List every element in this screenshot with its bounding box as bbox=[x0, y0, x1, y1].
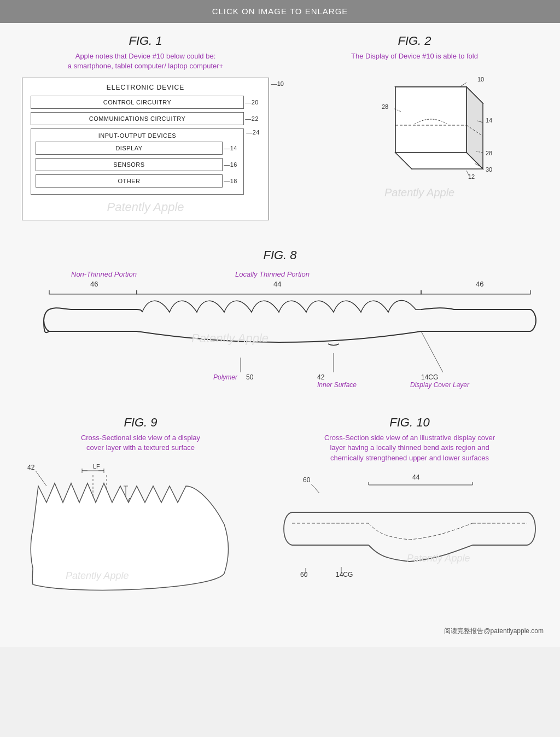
fig2-column: FIG. 2 The Display of Device #10 is able… bbox=[285, 34, 544, 232]
top-figures-row: FIG. 1 Apple notes that Device #10 below… bbox=[16, 34, 544, 232]
header-text: CLICK ON IMAGE TO ENLARGE bbox=[212, 7, 348, 16]
fig1-ref10: —10 bbox=[271, 80, 284, 87]
ref20: —20 bbox=[245, 99, 259, 106]
io-title: INPUT-OUTPUT DEVICES —24 bbox=[36, 132, 239, 139]
fig8-inner-ref: 42 bbox=[317, 373, 325, 381]
fig9-title: FIG. 9 bbox=[16, 416, 265, 430]
control-circuitry-box: CONTROL CIRCUITRY —20 bbox=[31, 96, 244, 109]
fig8-polymer-ref: 50 bbox=[246, 373, 254, 381]
fig8-inner-label: Inner Surface bbox=[317, 381, 357, 389]
fig2-ref28-lower: 28 bbox=[486, 150, 492, 156]
fig9-caption: Cross-Sectional side view of a display c… bbox=[16, 433, 265, 453]
fig2-title: FIG. 2 bbox=[285, 34, 544, 48]
ref22: —22 bbox=[245, 115, 259, 122]
fig8-polymer-label: Polymer bbox=[213, 373, 238, 381]
ref24: —24 bbox=[246, 129, 260, 136]
other-box: OTHER —18 bbox=[36, 174, 223, 188]
footer-text: 阅读完整报告@patentlyapple.com bbox=[276, 627, 544, 636]
svg-line-15 bbox=[421, 331, 443, 372]
fig10-ref14cg: 14CG bbox=[336, 571, 353, 578]
fig8-container: Non-Thinned Portion Locally Thinned Port… bbox=[27, 266, 533, 399]
fig1-title: FIG. 1 bbox=[16, 34, 275, 48]
fig10-ref44: 44 bbox=[412, 473, 420, 481]
fig10-caption: Cross-Section side view of an illustrati… bbox=[276, 433, 544, 463]
svg-marker-5 bbox=[395, 87, 466, 153]
fig10-column: FIG. 10 Cross-Section side view of an il… bbox=[276, 416, 544, 636]
fig9-column: FIG. 9 Cross-Sectional side view of a di… bbox=[16, 416, 265, 636]
io-devices-group: INPUT-OUTPUT DEVICES —24 DISPLAY —14 SEN… bbox=[31, 128, 244, 195]
fig10-svg: 60 44 bbox=[276, 469, 544, 622]
fig2-illustration: 10 bbox=[285, 68, 544, 232]
fig9-watermark: Patently Apple bbox=[66, 570, 129, 581]
fig8-section: FIG. 8 Non-Thinned Portion Locally Thinn… bbox=[16, 248, 544, 399]
fig8-locally-thinned-label: Locally Thinned Portion bbox=[235, 270, 310, 278]
fig8-ref46-left-num: 46 bbox=[90, 280, 98, 288]
fig2-watermark: Patently Apple bbox=[384, 186, 454, 198]
ref18: —18 bbox=[224, 178, 237, 184]
svg-line-16 bbox=[36, 471, 46, 486]
sensors-box: SENSORS —16 bbox=[36, 158, 223, 171]
fig8-cover-ref: 14CG bbox=[421, 373, 438, 381]
fig2-ref12-label: 12 bbox=[468, 173, 475, 180]
ref14: —14 bbox=[224, 145, 237, 151]
fig1-watermark: Patently Apple bbox=[31, 200, 260, 214]
ref16: —16 bbox=[224, 161, 237, 168]
fig8-cover-label: Display Cover Layer bbox=[410, 381, 470, 389]
fig2-svg: 10 bbox=[330, 71, 499, 229]
fig10-ref60-left: 60 bbox=[303, 476, 311, 484]
header-bar: CLICK ON IMAGE TO ENLARGE bbox=[0, 0, 560, 23]
fig10-watermark: Patently Apple bbox=[407, 553, 470, 564]
fig8-non-thinned-label: Non-Thinned Portion bbox=[71, 270, 137, 278]
fig8-ref44-num: 44 bbox=[273, 280, 281, 288]
fig1-block-diagram: —10 ELECTRONIC DEVICE CONTROL CIRCUITRY … bbox=[22, 78, 269, 220]
fig8-title: FIG. 8 bbox=[16, 248, 544, 262]
fig10-illustration: 60 44 bbox=[276, 469, 544, 624]
fig2-ref30-label: 30 bbox=[486, 166, 492, 173]
svg-line-27 bbox=[311, 484, 319, 493]
fig10-ref60-bottom: 60 bbox=[300, 571, 308, 578]
fig10-title: FIG. 10 bbox=[276, 416, 544, 430]
fig2-caption: The Display of Device #10 is able to fol… bbox=[285, 51, 544, 61]
main-content: FIG. 1 Apple notes that Device #10 below… bbox=[0, 23, 560, 647]
fig9-ref42: 42 bbox=[27, 464, 35, 471]
fig9-illustration: 42 LF VF bbox=[16, 459, 265, 614]
electronic-device-label: ELECTRONIC DEVICE bbox=[31, 84, 260, 91]
fig9-lf-label: LF bbox=[93, 463, 100, 470]
fig8-ref46-right-num: 46 bbox=[476, 280, 483, 288]
fig9-10-row: FIG. 9 Cross-Sectional side view of a di… bbox=[16, 416, 544, 636]
fig8-watermark: Patently Apple bbox=[191, 331, 269, 345]
fig9-svg: 42 LF VF bbox=[16, 459, 252, 612]
fig2-ref14-label: 14 bbox=[486, 117, 492, 124]
fig2-ref28-upper: 28 bbox=[382, 103, 388, 110]
fig1-caption: Apple notes that Device #10 below could … bbox=[16, 51, 275, 71]
fig2-ref10: 10 bbox=[477, 76, 484, 83]
display-box: DISPLAY —14 bbox=[36, 142, 223, 155]
fig8-svg: Non-Thinned Portion Locally Thinned Port… bbox=[27, 266, 552, 397]
communications-circuitry-box: COMMUNICATIONS CIRCUITRY —22 bbox=[31, 112, 244, 125]
fig1-column: FIG. 1 Apple notes that Device #10 below… bbox=[16, 34, 275, 232]
